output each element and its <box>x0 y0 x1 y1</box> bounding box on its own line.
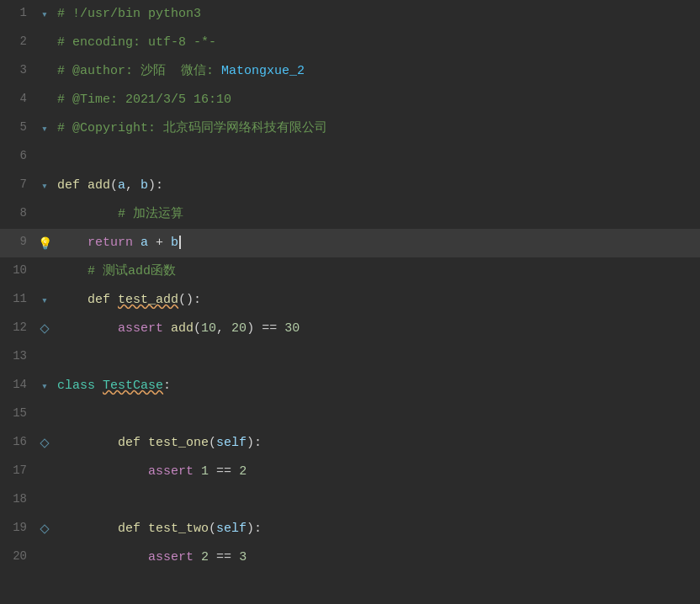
code-content: # !/usr/bin python3 <box>54 0 700 29</box>
code-line: 15 <box>0 400 700 429</box>
code-line: 12 assert add(10, 20) == 30 <box>0 315 700 343</box>
gutter-icon[interactable] <box>35 315 54 343</box>
code-line: 18 <box>0 486 700 515</box>
gutter-icon[interactable] <box>35 400 54 429</box>
code-line: 17 assert 1 == 2 <box>0 458 700 486</box>
line-number: 11 <box>0 286 35 315</box>
code-content: assert 1 == 2 <box>54 458 700 486</box>
bulb-icon[interactable]: 💡 <box>38 236 52 251</box>
code-line: 6 <box>0 143 700 172</box>
code-line: 4# @Time: 2021/3/5 16:10 <box>0 86 700 114</box>
gutter-icon[interactable] <box>35 86 54 114</box>
line-number: 3 <box>0 57 35 86</box>
code-line: 7▾def add(a, b): <box>0 172 700 200</box>
code-line: 14▾class TestCase: <box>0 372 700 400</box>
fold-arrow-icon[interactable]: ▾ <box>41 122 48 135</box>
code-line: 5▾# @Copyright: 北京码同学网络科技有限公司 <box>0 114 700 143</box>
gutter-icon[interactable] <box>35 57 54 86</box>
line-number: 15 <box>0 400 35 429</box>
code-content: # @author: 沙陌 微信: Matongxue_2 <box>54 57 700 86</box>
code-content: # 测试add函数 <box>54 257 700 286</box>
fold-arrow-icon[interactable]: ▾ <box>41 8 48 21</box>
line-number: 10 <box>0 257 35 286</box>
gutter-icon[interactable] <box>35 429 54 458</box>
line-number: 19 <box>0 515 35 543</box>
code-content <box>54 343 700 372</box>
line-number: 14 <box>0 372 35 400</box>
code-content: def test_two(self): <box>54 515 700 543</box>
code-content <box>54 143 700 172</box>
gutter-icon[interactable] <box>35 200 54 229</box>
code-content: def add(a, b): <box>54 172 700 200</box>
line-number: 6 <box>0 143 35 172</box>
breakpoint-diamond-icon[interactable] <box>40 324 49 333</box>
gutter-icon[interactable]: ▾ <box>35 114 54 143</box>
code-content: def test_add(): <box>54 286 700 315</box>
fold-arrow-icon[interactable]: ▾ <box>41 179 48 193</box>
code-content: class TestCase: <box>54 372 700 400</box>
gutter-icon[interactable]: ▾ <box>35 172 54 200</box>
line-number: 20 <box>0 543 35 572</box>
gutter-icon[interactable]: ▾ <box>35 0 54 29</box>
gutter-icon[interactable] <box>35 543 54 572</box>
code-line: 1▾# !/usr/bin python3 <box>0 0 700 29</box>
line-number: 5 <box>0 114 35 143</box>
line-number: 1 <box>0 0 35 29</box>
gutter-icon[interactable] <box>35 486 54 515</box>
code-line: 20 assert 2 == 3 <box>0 543 700 572</box>
line-number: 16 <box>0 429 35 458</box>
code-line: 16 def test_one(self): <box>0 429 700 458</box>
gutter-icon[interactable]: 💡 <box>35 229 54 257</box>
gutter-icon[interactable] <box>35 515 54 543</box>
code-content: def test_one(self): <box>54 429 700 458</box>
code-editor: 1▾# !/usr/bin python32# encoding: utf-8 … <box>0 0 700 604</box>
code-content: # encoding: utf-8 -*- <box>54 29 700 57</box>
fold-arrow-icon[interactable]: ▾ <box>41 379 48 393</box>
code-line: 19 def test_two(self): <box>0 515 700 543</box>
code-content <box>54 400 700 429</box>
code-content: # @Copyright: 北京码同学网络科技有限公司 <box>54 114 700 143</box>
code-line: 2# encoding: utf-8 -*- <box>0 29 700 57</box>
line-number: 4 <box>0 86 35 114</box>
gutter-icon[interactable] <box>35 143 54 172</box>
fold-arrow-icon[interactable]: ▾ <box>41 294 48 307</box>
line-number: 13 <box>0 343 35 372</box>
code-content <box>54 486 700 515</box>
code-line: 11▾ def test_add(): <box>0 286 700 315</box>
gutter-icon[interactable] <box>35 257 54 286</box>
breakpoint-diamond-icon[interactable] <box>40 524 49 533</box>
code-content: # @Time: 2021/3/5 16:10 <box>54 86 700 114</box>
gutter-icon[interactable] <box>35 343 54 372</box>
code-content: # 加法运算 <box>54 200 700 229</box>
gutter-icon[interactable] <box>35 458 54 486</box>
code-line: 10 # 测试add函数 <box>0 257 700 286</box>
breakpoint-diamond-icon[interactable] <box>40 438 49 448</box>
code-content: return a + b <box>54 229 700 257</box>
line-number: 7 <box>0 172 35 200</box>
line-number: 2 <box>0 29 35 57</box>
line-number: 9 <box>0 229 35 257</box>
code-line: 8 # 加法运算 <box>0 200 700 229</box>
code-line: 9💡 return a + b <box>0 229 700 257</box>
line-number: 12 <box>0 315 35 343</box>
gutter-icon[interactable]: ▾ <box>35 372 54 400</box>
line-number: 18 <box>0 486 35 515</box>
code-line: 13 <box>0 343 700 372</box>
code-content: assert 2 == 3 <box>54 543 700 572</box>
gutter-icon[interactable]: ▾ <box>35 286 54 315</box>
line-number: 17 <box>0 458 35 486</box>
gutter-icon[interactable] <box>35 29 54 57</box>
code-area: 1▾# !/usr/bin python32# encoding: utf-8 … <box>0 0 700 604</box>
line-number: 8 <box>0 200 35 229</box>
code-content: assert add(10, 20) == 30 <box>54 315 700 343</box>
code-line: 3# @author: 沙陌 微信: Matongxue_2 <box>0 57 700 86</box>
